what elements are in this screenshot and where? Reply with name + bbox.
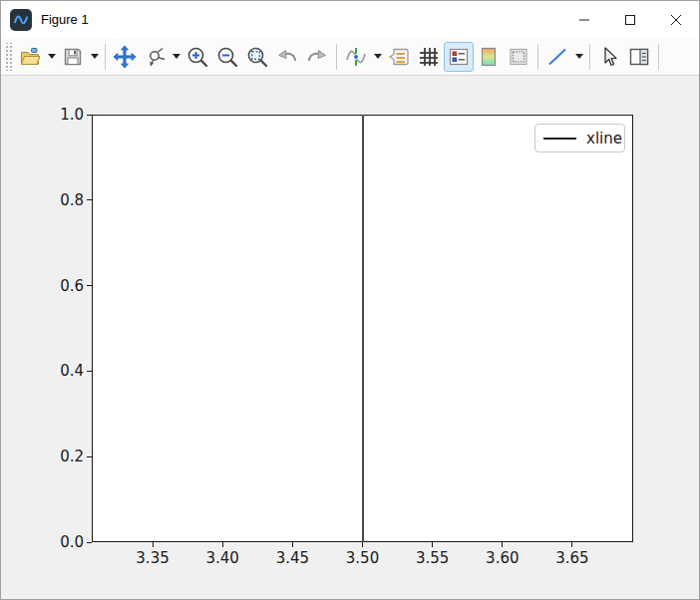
cursor-arrow-icon bbox=[597, 45, 621, 69]
minimize-button[interactable] bbox=[561, 1, 607, 38]
legend-label: xline bbox=[586, 130, 622, 148]
colormap-button[interactable] bbox=[474, 42, 504, 72]
redo-icon bbox=[305, 45, 329, 69]
zoom-in-icon bbox=[185, 45, 209, 69]
waveform-dropdown[interactable] bbox=[371, 42, 384, 72]
y-tick-mark bbox=[87, 456, 92, 457]
panel-toggle-button[interactable] bbox=[624, 42, 654, 72]
x-tick-label: 3.35 bbox=[136, 549, 169, 567]
y-tick-label: 1.0 bbox=[31, 106, 84, 124]
grid-toggle-button[interactable] bbox=[414, 42, 444, 72]
legend[interactable]: xline bbox=[534, 124, 625, 152]
toolbar-separator bbox=[537, 44, 538, 70]
x-tick-label: 3.40 bbox=[205, 549, 238, 567]
undo-icon bbox=[275, 45, 299, 69]
line-style-button[interactable] bbox=[542, 42, 572, 72]
x-tick-mark bbox=[362, 542, 363, 547]
window-title: Figure 1 bbox=[41, 12, 89, 27]
legend-line-sample bbox=[543, 138, 576, 140]
grid-icon bbox=[417, 45, 441, 69]
zoom-to-fit-icon bbox=[245, 45, 269, 69]
annotation-button[interactable] bbox=[384, 42, 414, 72]
toolbar-separator bbox=[589, 44, 590, 70]
dashed-frame-icon bbox=[507, 45, 530, 69]
node-tool-button[interactable] bbox=[140, 42, 170, 72]
save-button[interactable] bbox=[58, 42, 88, 72]
waveform-tool-button[interactable] bbox=[341, 42, 371, 72]
x-tick-mark bbox=[571, 542, 572, 547]
y-tick-mark bbox=[87, 371, 92, 372]
toolbar bbox=[1, 38, 699, 76]
cursor-tool-button[interactable] bbox=[594, 42, 624, 72]
y-tick-label: 0.8 bbox=[31, 191, 84, 209]
chevron-down-icon bbox=[374, 54, 382, 59]
toolbar-separator bbox=[336, 44, 337, 70]
zoom-in-button[interactable] bbox=[182, 42, 212, 72]
toolbar-separator bbox=[658, 44, 659, 70]
x-tick-label: 3.60 bbox=[486, 549, 519, 567]
y-tick-mark bbox=[87, 542, 92, 543]
y-tick-label: 0.4 bbox=[31, 362, 84, 380]
y-tick-label: 0.2 bbox=[31, 448, 84, 465]
redo-button[interactable] bbox=[302, 42, 332, 72]
waveform-icon bbox=[344, 45, 368, 69]
x-tick-mark bbox=[222, 542, 223, 547]
open-folder-icon bbox=[18, 45, 42, 69]
open-file-dropdown[interactable] bbox=[45, 42, 58, 72]
x-tick-label: 3.50 bbox=[346, 549, 379, 567]
zoom-out-icon bbox=[215, 45, 239, 69]
legend-icon bbox=[447, 45, 471, 69]
chevron-down-icon bbox=[91, 54, 99, 59]
x-tick-mark bbox=[153, 542, 154, 547]
zoom-out-button[interactable] bbox=[212, 42, 242, 72]
floppy-disk-icon bbox=[61, 45, 85, 69]
x-tick-mark bbox=[502, 542, 503, 547]
figure-canvas[interactable]: xline 3.353.403.453.503.553.603.650.00.2… bbox=[1, 76, 699, 599]
x-tick-label: 3.65 bbox=[555, 549, 588, 567]
axes-frame-button[interactable] bbox=[504, 42, 533, 72]
y-tick-mark bbox=[87, 199, 92, 200]
x-tick-label: 3.55 bbox=[416, 549, 449, 567]
window-controls bbox=[561, 1, 699, 38]
toolbar-grip[interactable] bbox=[4, 43, 12, 71]
matplotlib-logo-icon bbox=[10, 9, 32, 31]
node-tool-dropdown[interactable] bbox=[170, 42, 182, 72]
close-button[interactable] bbox=[653, 1, 699, 38]
maximize-button[interactable] bbox=[607, 1, 653, 38]
toolbar-separator bbox=[105, 44, 106, 70]
save-dropdown[interactable] bbox=[88, 42, 101, 72]
line-icon bbox=[545, 45, 569, 69]
chevron-down-icon bbox=[173, 54, 180, 59]
pan-arrows-icon bbox=[113, 45, 137, 69]
chevron-down-icon bbox=[48, 54, 56, 59]
y-tick-label: 0.6 bbox=[31, 277, 84, 295]
x-tick-label: 3.45 bbox=[276, 549, 309, 567]
colormap-icon bbox=[477, 45, 501, 69]
zoom-fit-button[interactable] bbox=[242, 42, 272, 72]
figure-window: Figure 1 bbox=[0, 0, 700, 600]
side-panel-icon bbox=[627, 45, 651, 69]
line-style-dropdown[interactable] bbox=[572, 42, 585, 72]
chevron-down-icon bbox=[575, 54, 583, 59]
undo-button[interactable] bbox=[272, 42, 302, 72]
y-tick-mark bbox=[87, 115, 92, 116]
y-tick-mark bbox=[87, 285, 92, 286]
plot-vline-xline bbox=[362, 115, 364, 542]
node-editor-icon bbox=[143, 45, 167, 69]
annotation-callout-icon bbox=[387, 45, 411, 69]
x-tick-mark bbox=[292, 542, 293, 547]
open-file-button[interactable] bbox=[15, 42, 45, 72]
x-tick-mark bbox=[432, 542, 433, 547]
titlebar: Figure 1 bbox=[1, 1, 699, 38]
legend-toggle-button[interactable] bbox=[444, 42, 474, 72]
y-tick-label: 0.0 bbox=[31, 533, 84, 551]
pan-button[interactable] bbox=[110, 42, 140, 72]
